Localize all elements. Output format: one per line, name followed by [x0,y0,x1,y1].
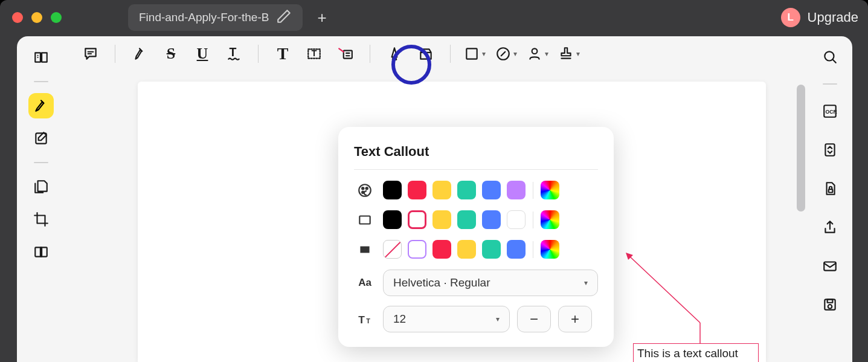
svg-rect-29 [828,299,833,302]
swatch-yellow[interactable] [432,210,451,229]
swatch-teal[interactable] [482,240,501,259]
highlight-tool-icon[interactable] [129,42,150,66]
share-icon[interactable] [818,215,842,239]
fill-color-icon [354,242,376,257]
window-close-button[interactable] [12,12,23,23]
swatch-purple[interactable] [507,181,526,199]
divider [34,81,48,82]
strikethrough-icon[interactable]: S [160,42,182,66]
swatch-blue[interactable] [482,210,501,229]
border-color-swatches [383,210,559,229]
tab-title: Find-and-Apply-For-the-B [139,11,269,24]
svg-rect-26 [824,262,836,271]
crop-icon[interactable] [28,207,54,232]
upgrade-label: Upgrade [808,10,858,25]
new-tab-button[interactable]: + [317,8,326,27]
toolbar-divider [258,45,259,63]
swatch-no-fill[interactable] [383,240,402,259]
signature-tool-dropdown[interactable]: ▾ [527,42,548,66]
compare-icon[interactable] [28,239,54,265]
swatch-yellow[interactable] [432,181,451,199]
avatar: L [781,8,800,27]
convert-icon[interactable] [818,138,842,162]
ocr-icon[interactable]: OCR [818,99,842,123]
callout-tool-icon[interactable] [335,42,356,66]
svg-text:T: T [366,317,370,325]
swatch-pink-selected[interactable] [408,210,426,229]
divider [823,83,837,85]
document-tab[interactable]: Find-and-Apply-For-the-B [128,4,303,31]
shape-tool-dropdown[interactable]: ▾ [464,42,486,66]
svg-text:T: T [358,314,365,326]
swatch-divider [533,212,533,228]
main-area: S U T T T ▾ ▾ ▾ ▾ [65,36,808,362]
swatch-custom-color[interactable] [541,240,559,259]
note-tool-icon[interactable] [28,126,54,151]
upgrade-button[interactable]: L Upgrade [781,8,858,27]
window-minimize-button[interactable] [31,12,42,23]
swatch-transparent[interactable] [408,240,426,259]
comment-tool-icon[interactable] [80,42,101,66]
toolbar-divider [370,45,370,63]
text-callout-popup: Text Callout [338,127,614,347]
font-select[interactable]: Helvetica · Regular ▾ [383,270,598,296]
callout-text-box[interactable]: This is a text callout [633,343,759,362]
stamp-tool-dropdown[interactable]: ▾ [495,42,517,66]
font-size-select[interactable]: 12 ▾ [383,306,510,332]
toolbar-divider [450,45,451,63]
pen-tool-icon[interactable] [384,42,405,66]
svg-point-15 [366,187,368,189]
encrypt-icon[interactable] [818,176,842,201]
edit-title-icon[interactable] [276,8,292,27]
svg-point-28 [828,305,832,309]
window-zoom-button[interactable] [51,12,62,23]
border-color-icon [354,212,376,228]
svg-point-9 [532,48,538,54]
popup-title: Text Callout [354,144,598,170]
swatch-red[interactable] [432,240,451,259]
reader-mode-icon[interactable] [28,45,54,70]
svg-rect-24 [825,144,834,156]
font-size-icon: TT [354,311,376,327]
swatch-custom-color[interactable] [541,181,559,199]
text-color-swatches [383,181,559,199]
textbox-tool-icon[interactable]: T [303,42,325,66]
swatch-custom-color[interactable] [541,210,559,229]
save-icon[interactable] [818,293,842,317]
font-select-value: Helvetica · Regular [393,276,490,289]
text-tool-icon[interactable]: T [272,42,294,66]
stamp-tool2-dropdown[interactable]: ▾ [558,42,580,66]
swatch-black[interactable] [383,181,402,199]
svg-rect-18 [360,246,369,253]
search-icon[interactable] [818,45,842,69]
divider [34,162,48,163]
squiggly-icon[interactable]: T [223,42,245,66]
swatch-red[interactable] [408,181,426,199]
chevron-down-icon: ▾ [584,279,588,287]
font-size-decrease-button[interactable]: − [517,306,551,332]
svg-rect-17 [359,216,370,224]
font-size-increase-button[interactable]: + [558,306,592,332]
right-sidebar: OCR [808,36,852,362]
swatch-divider [533,182,533,199]
highlighter-tool-icon[interactable] [28,93,54,118]
swatch-teal[interactable] [457,181,476,199]
swatch-yellow[interactable] [457,240,476,259]
swatch-blue[interactable] [482,181,501,199]
eraser-tool-icon[interactable] [415,42,437,66]
top-toolbar: S U T T T ▾ ▾ ▾ ▾ [65,36,808,71]
pages-icon[interactable] [28,174,54,199]
underline-icon[interactable]: U [191,42,213,66]
scrollbar-thumb[interactable] [797,85,805,212]
svg-text:T: T [312,48,317,58]
chevron-down-icon: ▾ [496,315,500,323]
swatch-black[interactable] [383,210,402,229]
font-size-value: 12 [393,312,406,326]
swatch-blue[interactable] [507,240,526,259]
swatch-divider [533,241,533,258]
swatch-teal[interactable] [457,210,476,229]
mail-icon[interactable] [818,254,842,278]
fill-color-swatches [383,240,559,259]
swatch-white[interactable] [507,210,526,229]
svg-rect-7 [466,48,477,59]
